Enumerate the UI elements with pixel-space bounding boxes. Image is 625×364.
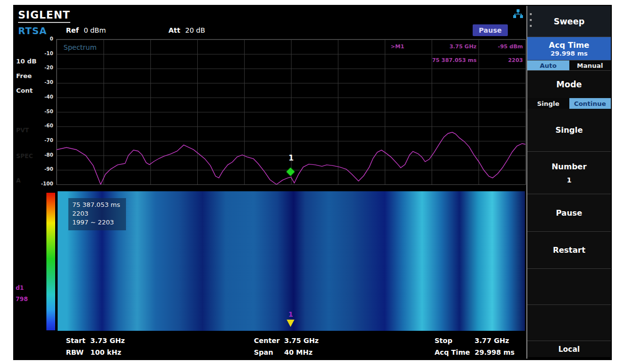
acq-manual-option[interactable]: Manual xyxy=(569,61,611,70)
pause-status-chip[interactable]: Pause xyxy=(473,24,508,36)
spectrogram: 75 387.053 ms 2203 1997 ~ 2203 1 xyxy=(58,191,525,331)
y-tick-label: -10 xyxy=(40,51,53,56)
trigger-label: Free xyxy=(16,72,32,80)
app-mode-label: RTSA xyxy=(18,25,47,36)
y-tick-label: -40 xyxy=(40,94,53,100)
empty-softkey-2 xyxy=(527,305,611,341)
y-tick-label: -90 xyxy=(40,166,53,172)
colorbar xyxy=(46,193,55,330)
scale-label: 10 dB xyxy=(16,58,37,65)
y-tick-label: -60 xyxy=(40,123,53,128)
footer-col-start: Start3.73 GHz RBW100 kHz xyxy=(66,335,125,358)
acq-time-value: 29.998 ms xyxy=(475,348,515,356)
spectrum-canvas xyxy=(57,40,525,184)
acq-auto-option[interactable]: Auto xyxy=(527,61,569,70)
spectrogram-info-box: 75 387.053 ms 2203 1997 ~ 2203 xyxy=(68,198,126,230)
spectrogram-marker-triangle[interactable] xyxy=(287,320,294,327)
brand-logo: SIGLENT xyxy=(18,9,70,23)
center-value: 3.75 GHz xyxy=(284,337,319,344)
mode-single-option[interactable]: Single xyxy=(527,98,569,109)
mode-label: Mode xyxy=(527,71,611,98)
start-label: Start xyxy=(66,337,90,344)
menu-title-sweep: Sweep xyxy=(527,6,611,37)
y-tick-label: 0 xyxy=(40,36,53,41)
span-label: Span xyxy=(254,348,284,356)
mode-toggle: Single Continue xyxy=(527,98,611,109)
y-tick-label: -30 xyxy=(40,80,53,85)
sweep-mode-label: Cont xyxy=(16,87,33,94)
acq-time-button[interactable]: Acq Time 29.998 ms xyxy=(527,37,611,61)
acq-time-button-label: Acq Time xyxy=(549,40,589,50)
faint-label-spec: SPEC xyxy=(16,153,33,160)
softkey-menu: Sweep Acq Time 29.998 ms Auto Manual Mod… xyxy=(526,6,611,359)
y-tick-label: -50 xyxy=(40,109,53,114)
single-button[interactable]: Single xyxy=(527,109,611,152)
y-tick-label: -70 xyxy=(40,138,53,143)
analyzer-screen: SIGLENT RTSA Ref0 dBm Att20 dB Pause 10 … xyxy=(13,5,612,360)
footer-settings-bar: Start3.73 GHz RBW100 kHz Center3.75 GHz … xyxy=(56,335,525,359)
rbw-value: 100 kHz xyxy=(90,348,121,356)
spectrogram-marker-label: 1 xyxy=(289,310,293,318)
number-button-label: Number xyxy=(552,162,587,171)
local-button[interactable]: Local xyxy=(527,341,611,357)
spectrogram-marker-trace-label: d1 xyxy=(16,284,24,291)
spectrogram-info-frame: 2203 xyxy=(72,209,120,218)
footer-col-stop: Stop3.77 GHz Acq Time29.998 ms xyxy=(435,335,515,358)
attenuation: Att20 dB xyxy=(168,26,205,34)
spectrum-marker-label: 1 xyxy=(289,154,293,162)
ref-label: Ref xyxy=(66,26,79,34)
stop-label: Stop xyxy=(435,337,475,344)
pause-button[interactable]: Pause xyxy=(527,194,611,232)
faint-label-pvt: PVT xyxy=(16,127,29,134)
acq-time-toggle: Auto Manual xyxy=(527,61,611,71)
stop-value: 3.77 GHz xyxy=(475,337,509,344)
y-tick-label: -100 xyxy=(40,181,53,186)
spectrogram-info-time: 75 387.053 ms xyxy=(72,201,120,209)
y-tick-label: -20 xyxy=(40,65,53,70)
acq-time-label: Acq Time xyxy=(435,348,475,356)
att-label: Att xyxy=(168,26,180,34)
menu-title-text: Sweep xyxy=(554,17,584,26)
mode-section: Mode Single Continue xyxy=(527,71,611,109)
spectrogram-info-range: 1997 ~ 2203 xyxy=(72,218,120,227)
span-value: 40 MHz xyxy=(284,348,312,356)
mode-continue-option[interactable]: Continue xyxy=(569,98,611,109)
network-icon xyxy=(513,9,523,20)
center-label: Center xyxy=(254,337,284,344)
ref-value: 0 dBm xyxy=(83,26,106,34)
start-value: 3.73 GHz xyxy=(90,337,125,344)
restart-button[interactable]: Restart xyxy=(527,232,611,269)
acq-time-button-value: 29.998 ms xyxy=(551,50,588,57)
empty-softkey-1 xyxy=(527,269,611,305)
spectrogram-marker-row-label: 798 xyxy=(16,296,28,303)
faint-label-a: A xyxy=(16,177,21,184)
number-button-value: 1 xyxy=(567,176,572,184)
y-tick-label: -80 xyxy=(40,152,53,158)
rbw-label: RBW xyxy=(66,348,90,356)
att-value: 20 dB xyxy=(185,26,205,34)
footer-col-center: Center3.75 GHz Span40 MHz xyxy=(254,335,319,358)
ref-level: Ref0 dBm xyxy=(66,26,106,34)
number-button[interactable]: Number 1 xyxy=(527,152,611,194)
menu-page-dots-icon xyxy=(530,13,532,27)
spectrum-plot: Spectrum >M1 3.75 GHz -95 dBm 75 387.053… xyxy=(56,39,526,185)
y-axis: 0-10-20-30-40-50-60-70-80-90-100 xyxy=(41,39,54,184)
